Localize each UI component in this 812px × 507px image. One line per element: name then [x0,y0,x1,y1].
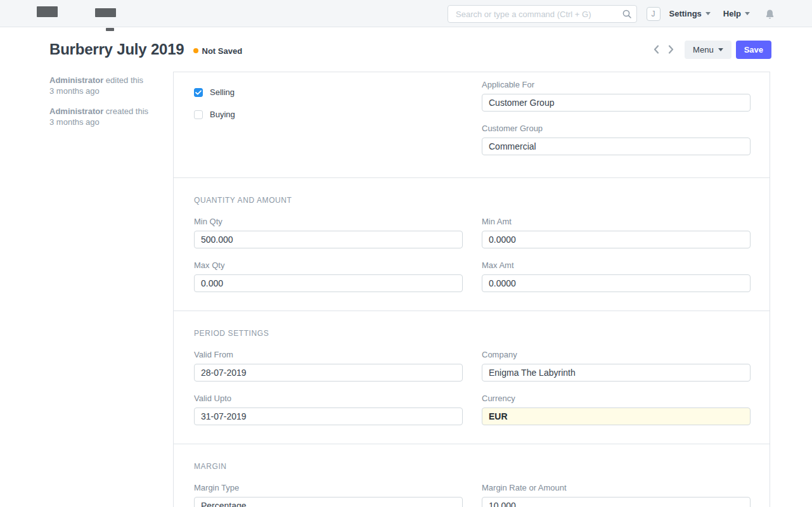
timeline-event: Administrator edited this 3 months ago [49,75,167,96]
section-period-settings: PERIOD SETTINGS Valid From Company Valid… [174,311,770,444]
menu-button-label: Menu [693,45,714,55]
search-input[interactable] [448,5,637,23]
max-qty-input[interactable] [194,274,463,292]
global-search [448,5,637,23]
min-amt-input[interactable] [482,231,751,248]
form-container: Selling Buying Applicable For [173,72,770,507]
status-text: Not Saved [202,46,243,56]
chevron-left-icon[interactable] [651,44,662,55]
buying-checkbox-label[interactable]: Buying [210,110,235,119]
margin-rate-input[interactable] [482,497,751,507]
field-max-qty: Max Qty [194,261,463,292]
timeline-user: Administrator [49,106,103,116]
max-amt-input[interactable] [482,274,751,292]
selling-checkbox[interactable] [194,88,203,97]
valid-from-label: Valid From [194,350,463,359]
chevron-right-icon[interactable] [666,44,676,55]
applicable-for-input[interactable] [482,94,751,112]
timeline-event: Administrator created this 3 months ago [49,106,167,127]
user-avatar[interactable]: J [647,7,661,21]
field-company: Company [482,350,751,382]
selling-checkbox-label[interactable]: Selling [210,87,235,97]
valid-from-input[interactable] [194,364,463,382]
caret-down-icon [706,12,711,15]
page-header: Burberry July 2019 Not Saved Menu Save [0,27,812,72]
buying-checkbox[interactable] [194,110,203,119]
status-indicator: Not Saved [193,46,243,56]
currency-input[interactable] [482,408,751,425]
field-min-amt: Min Amt [482,217,751,248]
caret-down-icon [745,12,750,15]
help-menu[interactable]: Help [723,9,750,18]
settings-label: Settings [669,9,702,18]
status-dot-icon [193,48,198,53]
field-currency: Currency [482,394,751,425]
field-valid-upto: Valid Upto [194,394,463,425]
timeline-when: 3 months ago [49,117,100,127]
selling-checkbox-row[interactable]: Selling [194,87,463,97]
page-title: Burberry July 2019 [49,41,184,58]
redacted-logo-mark [95,8,116,17]
section-heading: QUANTITY AND AMOUNT [194,196,751,205]
timeline-action: edited this [106,75,143,85]
save-button[interactable]: Save [736,41,771,59]
section-quantity-and-amount: QUANTITY AND AMOUNT Min Qty Min Amt Max … [174,178,770,311]
section-applicability: Selling Buying Applicable For [174,72,770,178]
min-qty-label: Min Qty [194,217,463,226]
menu-button[interactable]: Menu [685,41,731,59]
timeline-user: Administrator [49,75,103,85]
redacted-logo-mark [37,6,58,17]
field-max-amt: Max Amt [482,261,751,292]
min-qty-input[interactable] [194,231,463,248]
section-heading: PERIOD SETTINGS [194,329,751,338]
navbar: J Settings Help [0,0,812,27]
customer-group-label: Customer Group [482,124,751,132]
redacted-logo-mark [106,28,114,31]
field-customer-group: Customer Group [482,124,751,155]
currency-label: Currency [482,394,751,402]
checkbox-column: Selling Buying [194,80,463,132]
field-valid-from: Valid From [194,350,463,382]
bell-icon[interactable] [765,9,775,19]
applicability-column: Applicable For Customer Group [482,80,751,168]
caret-down-icon [718,48,723,51]
max-amt-label: Max Amt [482,261,751,269]
header-actions: Menu Save [651,41,771,59]
navbar-right: J Settings Help [647,0,775,27]
applicable-for-label: Applicable For [482,80,751,89]
search-icon[interactable] [622,10,631,18]
field-applicable-for: Applicable For [482,80,751,112]
max-qty-label: Max Qty [194,261,463,269]
section-margin: MARGIN Margin Type Margin Rate or Amount [174,444,770,507]
margin-type-input[interactable] [194,497,463,507]
customer-group-input[interactable] [482,138,751,155]
field-margin-rate: Margin Rate or Amount [482,484,751,507]
sidebar-timeline: Administrator edited this 3 months ago A… [49,75,167,137]
valid-upto-label: Valid Upto [194,394,463,402]
page-body: Administrator edited this 3 months ago A… [0,72,812,507]
timeline-when: 3 months ago [49,86,100,96]
settings-menu[interactable]: Settings [669,9,711,18]
section-heading: MARGIN [194,462,751,471]
valid-upto-input[interactable] [194,408,463,425]
help-label: Help [723,9,741,18]
margin-type-label: Margin Type [194,484,463,492]
timeline-action: created this [106,106,148,116]
field-min-qty: Min Qty [194,217,463,248]
field-margin-type: Margin Type [194,484,463,507]
margin-rate-label: Margin Rate or Amount [482,484,751,492]
buying-checkbox-row[interactable]: Buying [194,110,463,119]
min-amt-label: Min Amt [482,217,751,226]
company-label: Company [482,350,751,359]
company-input[interactable] [482,364,751,382]
